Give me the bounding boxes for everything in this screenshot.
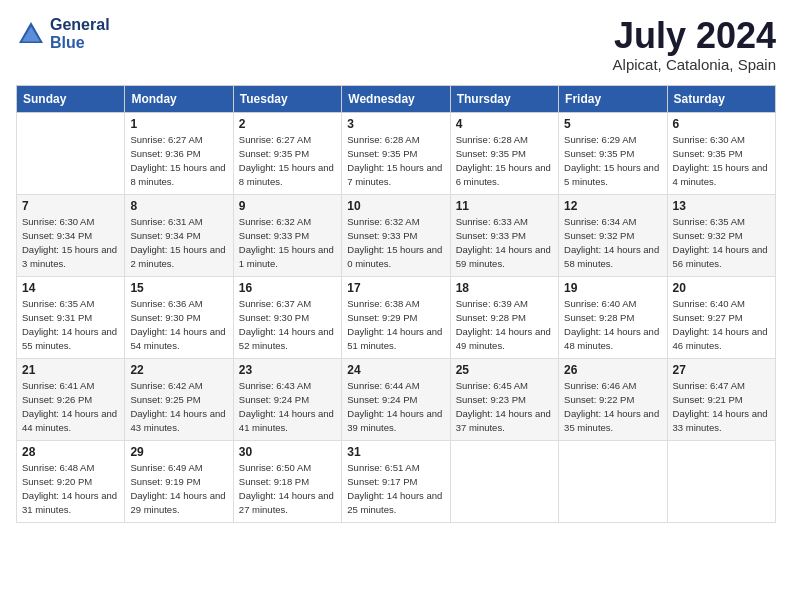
day-info: Sunrise: 6:45 AMSunset: 9:23 PMDaylight:… (456, 379, 553, 436)
day-number: 3 (347, 117, 444, 131)
day-number: 16 (239, 281, 336, 295)
cell-week3-day5: 19Sunrise: 6:40 AMSunset: 9:28 PMDayligh… (559, 276, 667, 358)
day-number: 27 (673, 363, 770, 377)
day-number: 5 (564, 117, 661, 131)
cell-week4-day1: 22Sunrise: 6:42 AMSunset: 9:25 PMDayligh… (125, 358, 233, 440)
cell-week5-day6 (667, 440, 775, 522)
day-number: 1 (130, 117, 227, 131)
day-number: 14 (22, 281, 119, 295)
day-info: Sunrise: 6:39 AMSunset: 9:28 PMDaylight:… (456, 297, 553, 354)
day-info: Sunrise: 6:34 AMSunset: 9:32 PMDaylight:… (564, 215, 661, 272)
header-tuesday: Tuesday (233, 85, 341, 112)
logo-icon (16, 19, 46, 49)
header-wednesday: Wednesday (342, 85, 450, 112)
week-row-2: 7Sunrise: 6:30 AMSunset: 9:34 PMDaylight… (17, 194, 776, 276)
day-number: 13 (673, 199, 770, 213)
day-info: Sunrise: 6:33 AMSunset: 9:33 PMDaylight:… (456, 215, 553, 272)
day-info: Sunrise: 6:27 AMSunset: 9:36 PMDaylight:… (130, 133, 227, 190)
day-number: 17 (347, 281, 444, 295)
cell-week5-day2: 30Sunrise: 6:50 AMSunset: 9:18 PMDayligh… (233, 440, 341, 522)
header-sunday: Sunday (17, 85, 125, 112)
day-info: Sunrise: 6:36 AMSunset: 9:30 PMDaylight:… (130, 297, 227, 354)
day-info: Sunrise: 6:31 AMSunset: 9:34 PMDaylight:… (130, 215, 227, 272)
cell-week3-day1: 15Sunrise: 6:36 AMSunset: 9:30 PMDayligh… (125, 276, 233, 358)
day-number: 15 (130, 281, 227, 295)
day-number: 12 (564, 199, 661, 213)
day-info: Sunrise: 6:44 AMSunset: 9:24 PMDaylight:… (347, 379, 444, 436)
header-saturday: Saturday (667, 85, 775, 112)
day-number: 8 (130, 199, 227, 213)
cell-week4-day0: 21Sunrise: 6:41 AMSunset: 9:26 PMDayligh… (17, 358, 125, 440)
cell-week3-day6: 20Sunrise: 6:40 AMSunset: 9:27 PMDayligh… (667, 276, 775, 358)
cell-week3-day3: 17Sunrise: 6:38 AMSunset: 9:29 PMDayligh… (342, 276, 450, 358)
header-friday: Friday (559, 85, 667, 112)
day-info: Sunrise: 6:37 AMSunset: 9:30 PMDaylight:… (239, 297, 336, 354)
day-number: 22 (130, 363, 227, 377)
cell-week3-day2: 16Sunrise: 6:37 AMSunset: 9:30 PMDayligh… (233, 276, 341, 358)
day-info: Sunrise: 6:28 AMSunset: 9:35 PMDaylight:… (347, 133, 444, 190)
logo-text: General Blue (50, 16, 110, 52)
day-info: Sunrise: 6:47 AMSunset: 9:21 PMDaylight:… (673, 379, 770, 436)
day-info: Sunrise: 6:28 AMSunset: 9:35 PMDaylight:… (456, 133, 553, 190)
cell-week3-day0: 14Sunrise: 6:35 AMSunset: 9:31 PMDayligh… (17, 276, 125, 358)
day-info: Sunrise: 6:43 AMSunset: 9:24 PMDaylight:… (239, 379, 336, 436)
day-number: 30 (239, 445, 336, 459)
day-number: 18 (456, 281, 553, 295)
day-number: 9 (239, 199, 336, 213)
cell-week5-day1: 29Sunrise: 6:49 AMSunset: 9:19 PMDayligh… (125, 440, 233, 522)
day-number: 7 (22, 199, 119, 213)
cell-week4-day6: 27Sunrise: 6:47 AMSunset: 9:21 PMDayligh… (667, 358, 775, 440)
day-info: Sunrise: 6:40 AMSunset: 9:28 PMDaylight:… (564, 297, 661, 354)
day-number: 6 (673, 117, 770, 131)
day-info: Sunrise: 6:35 AMSunset: 9:31 PMDaylight:… (22, 297, 119, 354)
day-info: Sunrise: 6:50 AMSunset: 9:18 PMDaylight:… (239, 461, 336, 518)
day-number: 21 (22, 363, 119, 377)
day-number: 4 (456, 117, 553, 131)
day-info: Sunrise: 6:32 AMSunset: 9:33 PMDaylight:… (347, 215, 444, 272)
day-number: 26 (564, 363, 661, 377)
cell-week5-day5 (559, 440, 667, 522)
day-info: Sunrise: 6:51 AMSunset: 9:17 PMDaylight:… (347, 461, 444, 518)
cell-week1-day6: 6Sunrise: 6:30 AMSunset: 9:35 PMDaylight… (667, 112, 775, 194)
cell-week1-day3: 3Sunrise: 6:28 AMSunset: 9:35 PMDaylight… (342, 112, 450, 194)
week-row-1: 1Sunrise: 6:27 AMSunset: 9:36 PMDaylight… (17, 112, 776, 194)
day-info: Sunrise: 6:30 AMSunset: 9:35 PMDaylight:… (673, 133, 770, 190)
cell-week2-day2: 9Sunrise: 6:32 AMSunset: 9:33 PMDaylight… (233, 194, 341, 276)
cell-week4-day2: 23Sunrise: 6:43 AMSunset: 9:24 PMDayligh… (233, 358, 341, 440)
day-number: 11 (456, 199, 553, 213)
day-info: Sunrise: 6:38 AMSunset: 9:29 PMDaylight:… (347, 297, 444, 354)
cell-week4-day5: 26Sunrise: 6:46 AMSunset: 9:22 PMDayligh… (559, 358, 667, 440)
cell-week5-day4 (450, 440, 558, 522)
cell-week3-day4: 18Sunrise: 6:39 AMSunset: 9:28 PMDayligh… (450, 276, 558, 358)
page-header: General Blue July 2024 Alpicat, Cataloni… (16, 16, 776, 73)
day-info: Sunrise: 6:27 AMSunset: 9:35 PMDaylight:… (239, 133, 336, 190)
cell-week2-day1: 8Sunrise: 6:31 AMSunset: 9:34 PMDaylight… (125, 194, 233, 276)
header-monday: Monday (125, 85, 233, 112)
day-number: 19 (564, 281, 661, 295)
day-number: 20 (673, 281, 770, 295)
day-info: Sunrise: 6:32 AMSunset: 9:33 PMDaylight:… (239, 215, 336, 272)
logo: General Blue (16, 16, 110, 52)
cell-week2-day3: 10Sunrise: 6:32 AMSunset: 9:33 PMDayligh… (342, 194, 450, 276)
calendar-table: SundayMondayTuesdayWednesdayThursdayFrid… (16, 85, 776, 523)
day-info: Sunrise: 6:42 AMSunset: 9:25 PMDaylight:… (130, 379, 227, 436)
cell-week4-day4: 25Sunrise: 6:45 AMSunset: 9:23 PMDayligh… (450, 358, 558, 440)
day-number: 28 (22, 445, 119, 459)
day-info: Sunrise: 6:29 AMSunset: 9:35 PMDaylight:… (564, 133, 661, 190)
week-row-5: 28Sunrise: 6:48 AMSunset: 9:20 PMDayligh… (17, 440, 776, 522)
day-number: 2 (239, 117, 336, 131)
week-row-3: 14Sunrise: 6:35 AMSunset: 9:31 PMDayligh… (17, 276, 776, 358)
cell-week2-day6: 13Sunrise: 6:35 AMSunset: 9:32 PMDayligh… (667, 194, 775, 276)
cell-week2-day0: 7Sunrise: 6:30 AMSunset: 9:34 PMDaylight… (17, 194, 125, 276)
weekday-header-row: SundayMondayTuesdayWednesdayThursdayFrid… (17, 85, 776, 112)
day-number: 23 (239, 363, 336, 377)
day-info: Sunrise: 6:46 AMSunset: 9:22 PMDaylight:… (564, 379, 661, 436)
cell-week4-day3: 24Sunrise: 6:44 AMSunset: 9:24 PMDayligh… (342, 358, 450, 440)
cell-week1-day5: 5Sunrise: 6:29 AMSunset: 9:35 PMDaylight… (559, 112, 667, 194)
cell-week1-day0 (17, 112, 125, 194)
cell-week1-day4: 4Sunrise: 6:28 AMSunset: 9:35 PMDaylight… (450, 112, 558, 194)
day-number: 24 (347, 363, 444, 377)
day-info: Sunrise: 6:49 AMSunset: 9:19 PMDaylight:… (130, 461, 227, 518)
day-info: Sunrise: 6:40 AMSunset: 9:27 PMDaylight:… (673, 297, 770, 354)
header-thursday: Thursday (450, 85, 558, 112)
